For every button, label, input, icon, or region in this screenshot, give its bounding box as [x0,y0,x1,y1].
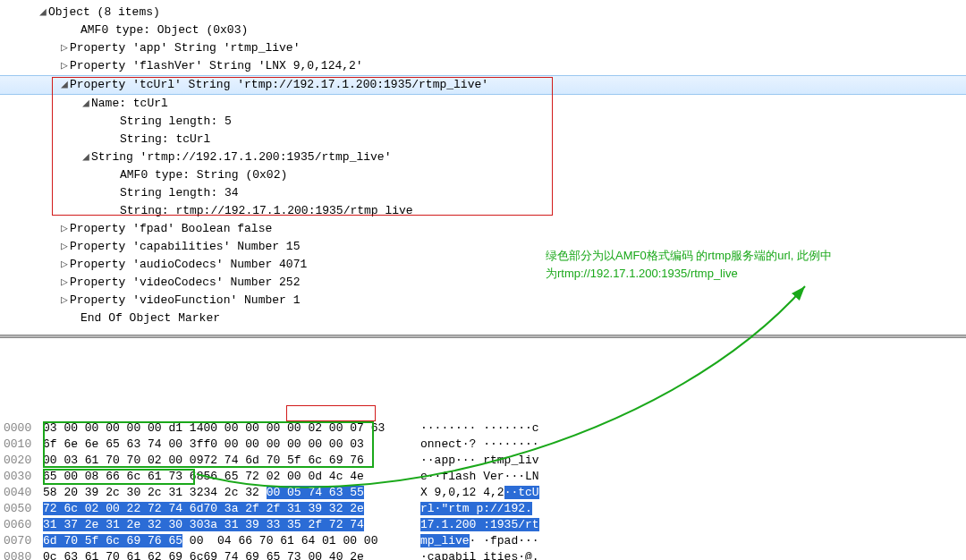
hex-bytes[interactable]: 00 03 61 70 70 02 00 0972 74 6d 70 5f 6c… [43,453,410,469]
hex-offset: 0050 [0,501,43,517]
toggle-open-icon[interactable]: ◢ [80,95,91,113]
tree-row[interactable]: ▷ Property 'videoCodecs' Number 252 [0,274,966,292]
tree-label: Property 'audioCodecs' Number 4071 [70,256,307,274]
toggle-open-icon[interactable]: ◢ [38,4,48,21]
hex-offset: 0020 [0,453,43,469]
hex-offset: 0030 [0,469,43,485]
hex-row[interactable]: 004058 20 39 2c 30 2c 31 3234 2c 32 00 0… [0,485,966,501]
hex-offset: 0040 [0,485,43,501]
tree-row-selected[interactable]: ◢ Property 'tcUrl' String 'rtmp://192.17… [0,75,966,95]
tree-label: End Of Object Marker [80,310,220,327]
tree-label: Property 'flashVer' String 'LNX 9,0,124,… [70,57,363,75]
hex-dump-pane[interactable]: 000003 00 00 00 00 00 d1 1400 00 00 00 0… [0,338,966,560]
tree-row[interactable]: String: rtmp://192.17.1.200:1935/rtmp_li… [0,202,966,220]
tree-label: AMF0 type: String (0x02) [120,166,287,184]
tree-label: Property 'capabilities' Number 15 [70,238,300,256]
tree-label: String: tcUrl [120,131,210,148]
tree-row[interactable]: ▷ Property 'fpad' Boolean false [0,220,966,238]
tree-row[interactable]: ◢ String 'rtmp://192.17.1.200:1935/rtmp_… [0,148,966,166]
packet-tree-pane[interactable]: ◢ Object (8 items) AMF0 type: Object (0x… [0,0,966,335]
hex-bytes[interactable]: 6f 6e 6e 65 63 74 00 3ff0 00 00 00 00 00… [43,437,410,453]
tree-label: String length: 5 [120,113,232,131]
tree-label: String 'rtmp://192.17.1.200:1935/rtmp_li… [91,148,391,166]
hex-bytes[interactable]: 6d 70 5f 6c 69 76 65 00 04 66 70 61 64 0… [43,533,410,549]
tree-row[interactable]: String: tcUrl [0,131,966,148]
hex-row[interactable]: 00800c 63 61 70 61 62 69 6c69 74 69 65 7… [0,549,966,560]
hex-ascii[interactable]: 17.1.200 :1935/rt [410,517,539,533]
hex-ascii[interactable]: rl·"rtm p://192. [410,501,532,517]
hex-offset: 0000 [0,420,43,437]
tree-label: Property 'videoFunction' Number 1 [70,292,300,310]
tree-row[interactable]: ◢ Name: tcUrl [0,95,966,113]
hex-row[interactable]: 000003 00 00 00 00 00 d1 1400 00 00 00 0… [0,420,966,437]
hex-row[interactable]: 005072 6c 02 00 22 72 74 6d70 3a 2f 2f 3… [0,501,966,517]
hex-row[interactable]: 006031 37 2e 31 2e 32 30 303a 31 39 33 3… [0,517,966,533]
tree-label: Name: tcUrl [91,95,168,113]
hex-row[interactable]: 002000 03 61 70 70 02 00 0972 74 6d 70 5… [0,453,966,469]
hex-ascii[interactable]: onnect·? ········ [410,437,539,453]
tree-label: Property 'videoCodecs' Number 252 [70,274,300,292]
tree-row[interactable]: String length: 5 [0,113,966,131]
hex-offset: 0080 [0,549,43,560]
annotation-red-box2-icon [286,405,376,421]
tree-row[interactable]: String length: 34 [0,184,966,202]
toggle-closed-icon[interactable]: ▷ [59,292,70,310]
hex-offset: 0010 [0,437,43,453]
tree-row[interactable]: AMF0 type: Object (0x03) [0,21,966,39]
hex-offset: 0070 [0,533,43,549]
hex-row[interactable]: 003065 00 08 66 6c 61 73 6856 65 72 02 0… [0,469,966,485]
toggle-closed-icon[interactable]: ▷ [59,256,70,274]
tree-label: Property 'fpad' Boolean false [70,220,272,238]
toggle-closed-icon[interactable]: ▷ [59,220,70,238]
hex-bytes[interactable]: 03 00 00 00 00 00 d1 1400 00 00 00 00 02… [43,420,410,437]
tree-label: String: rtmp://192.17.1.200:1935/rtmp_li… [120,202,413,220]
hex-ascii[interactable]: mp_live· ·fpad··· [410,533,539,549]
toggle-closed-icon[interactable]: ▷ [59,39,70,57]
tree-row-object[interactable]: ◢ Object (8 items) [0,4,966,21]
hex-ascii[interactable]: X 9,0,12 4,2··tcU [410,485,539,501]
hex-offset: 0060 [0,517,43,533]
hex-bytes[interactable]: 58 20 39 2c 30 2c 31 3234 2c 32 00 05 74… [43,485,410,501]
hex-bytes[interactable]: 0c 63 61 70 61 62 69 6c69 74 69 65 73 00… [43,549,410,560]
tree-label: String length: 34 [120,184,239,202]
tree-label: AMF0 type: Object (0x03) [80,21,248,39]
hex-ascii[interactable]: ·capabil ities·@. [410,549,539,560]
hex-row[interactable]: 00106f 6e 6e 65 63 74 00 3ff0 00 00 00 0… [0,437,966,453]
hex-ascii[interactable]: ··app··· rtmp_liv [410,453,539,469]
tree-row[interactable]: ▷ Property 'videoFunction' Number 1 [0,292,966,310]
hex-bytes[interactable]: 65 00 08 66 6c 61 73 6856 65 72 02 00 0d… [43,469,410,485]
tree-row[interactable]: ▷ Property 'capabilities' Number 15 [0,238,966,256]
tree-row[interactable]: End Of Object Marker [0,310,966,327]
tree-row[interactable]: ▷ Property 'flashVer' String 'LNX 9,0,12… [0,57,966,75]
tree-label: Property 'app' String 'rtmp_live' [70,39,300,57]
toggle-closed-icon[interactable]: ▷ [59,274,70,292]
toggle-open-icon[interactable]: ◢ [80,148,91,166]
toggle-closed-icon[interactable]: ▷ [59,238,70,256]
hex-bytes[interactable]: 72 6c 02 00 22 72 74 6d70 3a 2f 2f 31 39… [43,501,410,517]
tree-label: Property 'tcUrl' String 'rtmp://192.17.1… [70,76,488,94]
hex-row[interactable]: 00706d 70 5f 6c 69 76 65 00 04 66 70 61 … [0,533,966,549]
hex-bytes[interactable]: 31 37 2e 31 2e 32 30 303a 31 39 33 35 2f… [43,517,410,533]
tree-row[interactable]: AMF0 type: String (0x02) [0,166,966,184]
hex-ascii[interactable]: e··flash Ver···LN [410,469,539,485]
tree-row[interactable]: ▷ Property 'audioCodecs' Number 4071 [0,256,966,274]
tree-row[interactable]: ▷ Property 'app' String 'rtmp_live' [0,39,966,57]
hex-ascii[interactable]: ········ ·······c [410,420,539,437]
toggle-open-icon[interactable]: ◢ [59,76,70,94]
tree-label: Object (8 items) [48,4,160,21]
toggle-closed-icon[interactable]: ▷ [59,57,70,75]
